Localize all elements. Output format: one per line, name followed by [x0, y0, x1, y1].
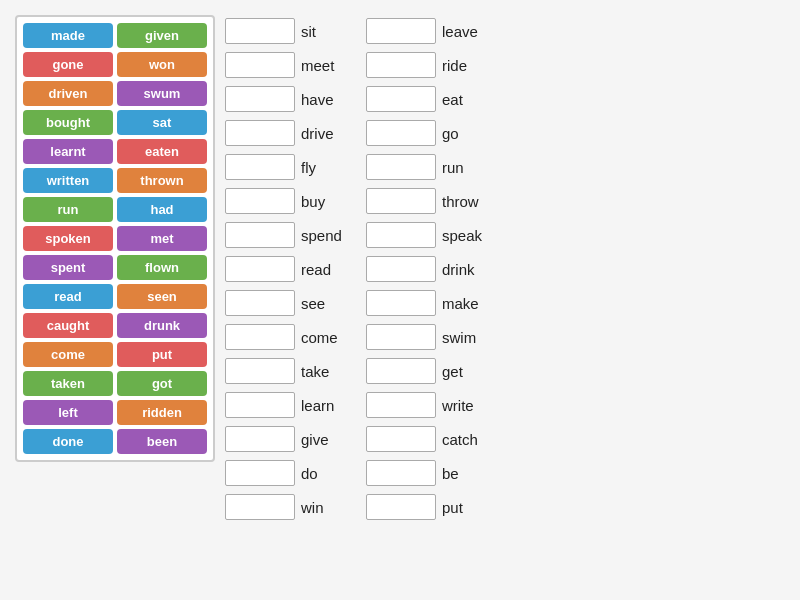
answer-row: go	[366, 117, 497, 149]
answer-row: buy	[225, 185, 356, 217]
answer-input-box[interactable]	[225, 426, 295, 452]
answer-word: drink	[442, 261, 497, 278]
word-tile[interactable]: got	[117, 371, 207, 396]
word-tile[interactable]: flown	[117, 255, 207, 280]
word-tile[interactable]: put	[117, 342, 207, 367]
answer-row: ride	[366, 49, 497, 81]
answer-word: go	[442, 125, 497, 142]
answer-input-box[interactable]	[366, 290, 436, 316]
answer-row: see	[225, 287, 356, 319]
answer-row: drive	[225, 117, 356, 149]
answer-input-box[interactable]	[225, 52, 295, 78]
answer-input-box[interactable]	[225, 494, 295, 520]
word-tile[interactable]: driven	[23, 81, 113, 106]
answer-row: read	[225, 253, 356, 285]
word-tile[interactable]: made	[23, 23, 113, 48]
answer-row: speak	[366, 219, 497, 251]
answer-input-box[interactable]	[366, 392, 436, 418]
answer-word: give	[301, 431, 356, 448]
answer-input-box[interactable]	[225, 460, 295, 486]
answer-word: write	[442, 397, 497, 414]
answer-row: spend	[225, 219, 356, 251]
answer-input-box[interactable]	[225, 154, 295, 180]
word-tile[interactable]: won	[117, 52, 207, 77]
answer-input-box[interactable]	[225, 324, 295, 350]
answer-row: drink	[366, 253, 497, 285]
word-tile[interactable]: read	[23, 284, 113, 309]
answer-input-box[interactable]	[225, 18, 295, 44]
answer-input-box[interactable]	[366, 52, 436, 78]
answer-input-box[interactable]	[366, 494, 436, 520]
answer-word: learn	[301, 397, 356, 414]
word-tile[interactable]: learnt	[23, 139, 113, 164]
answer-input-box[interactable]	[366, 120, 436, 146]
word-tile[interactable]: had	[117, 197, 207, 222]
word-tile[interactable]: spent	[23, 255, 113, 280]
answer-word: throw	[442, 193, 497, 210]
answer-word: be	[442, 465, 497, 482]
answer-word: get	[442, 363, 497, 380]
word-tile[interactable]: caught	[23, 313, 113, 338]
answer-row: take	[225, 355, 356, 387]
word-tile[interactable]: come	[23, 342, 113, 367]
answer-input-box[interactable]	[366, 460, 436, 486]
answer-word: fly	[301, 159, 356, 176]
answer-word: make	[442, 295, 497, 312]
answer-input-box[interactable]	[225, 392, 295, 418]
answer-word: run	[442, 159, 497, 176]
word-tile[interactable]: written	[23, 168, 113, 193]
answer-row: meet	[225, 49, 356, 81]
answer-word: take	[301, 363, 356, 380]
answer-input-box[interactable]	[225, 120, 295, 146]
answer-word: leave	[442, 23, 497, 40]
answer-input-box[interactable]	[366, 324, 436, 350]
word-tile[interactable]: bought	[23, 110, 113, 135]
word-tile[interactable]: done	[23, 429, 113, 454]
answer-row: make	[366, 287, 497, 319]
answer-row: win	[225, 491, 356, 523]
word-tile[interactable]: taken	[23, 371, 113, 396]
word-tile[interactable]: met	[117, 226, 207, 251]
word-tile[interactable]: run	[23, 197, 113, 222]
answer-input-box[interactable]	[366, 188, 436, 214]
answer-input-box[interactable]	[366, 222, 436, 248]
answer-input-box[interactable]	[225, 188, 295, 214]
word-tile[interactable]: gone	[23, 52, 113, 77]
word-tile[interactable]: seen	[117, 284, 207, 309]
answer-word: have	[301, 91, 356, 108]
answer-word: meet	[301, 57, 356, 74]
word-tile[interactable]: swum	[117, 81, 207, 106]
word-tile[interactable]: left	[23, 400, 113, 425]
answer-input-box[interactable]	[366, 426, 436, 452]
answer-word: speak	[442, 227, 497, 244]
answer-section: sitmeethavedriveflybuyspendreadseecometa…	[225, 15, 785, 523]
answer-input-box[interactable]	[366, 86, 436, 112]
answer-input-box[interactable]	[225, 358, 295, 384]
answer-row: get	[366, 355, 497, 387]
answer-word: win	[301, 499, 356, 516]
answer-input-box[interactable]	[225, 256, 295, 282]
answer-input-box[interactable]	[366, 358, 436, 384]
answer-word: see	[301, 295, 356, 312]
answer-input-box[interactable]	[225, 290, 295, 316]
answer-input-box[interactable]	[366, 18, 436, 44]
answer-input-box[interactable]	[225, 222, 295, 248]
answer-word: spend	[301, 227, 356, 244]
answer-input-box[interactable]	[225, 86, 295, 112]
answer-word: read	[301, 261, 356, 278]
answer-input-box[interactable]	[366, 256, 436, 282]
answer-input-box[interactable]	[366, 154, 436, 180]
word-tile[interactable]: spoken	[23, 226, 113, 251]
answer-row: be	[366, 457, 497, 489]
word-tile[interactable]: sat	[117, 110, 207, 135]
answer-row: swim	[366, 321, 497, 353]
word-tile[interactable]: drunk	[117, 313, 207, 338]
word-tile[interactable]: thrown	[117, 168, 207, 193]
word-tile[interactable]: eaten	[117, 139, 207, 164]
word-tile[interactable]: ridden	[117, 400, 207, 425]
word-tile[interactable]: been	[117, 429, 207, 454]
answer-row: throw	[366, 185, 497, 217]
answer-word: ride	[442, 57, 497, 74]
answer-row: have	[225, 83, 356, 115]
word-tile[interactable]: given	[117, 23, 207, 48]
